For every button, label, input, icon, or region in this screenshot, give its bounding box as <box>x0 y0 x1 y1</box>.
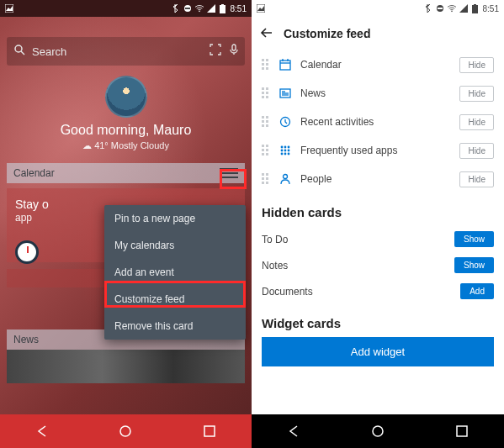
hide-button[interactable]: Hide <box>459 57 494 73</box>
svg-rect-21 <box>280 61 290 70</box>
feed-row-people: People Hide <box>262 165 494 193</box>
page-header: Customize feed <box>252 17 504 50</box>
hide-button[interactable]: Hide <box>459 171 494 187</box>
drag-handle-icon[interactable] <box>262 173 270 185</box>
status-bar: 8:51 <box>0 0 252 17</box>
ctx-customize-feed[interactable]: Customize feed <box>104 286 246 313</box>
battery-icon <box>219 4 227 13</box>
widget-cards-title: Widget cards <box>252 316 504 330</box>
more-button[interactable] <box>220 168 238 178</box>
nav-home[interactable] <box>117 423 134 440</box>
svg-point-31 <box>284 146 287 149</box>
svg-point-33 <box>281 150 284 152</box>
svg-rect-12 <box>204 426 215 436</box>
feed-row-frequently-used: Frequently used apps Hide <box>262 136 494 165</box>
context-menu: Pin to a new page My calendars Add an ev… <box>104 205 246 340</box>
svg-line-9 <box>21 51 24 55</box>
svg-marker-5 <box>207 4 215 13</box>
drag-handle-icon[interactable] <box>262 59 270 71</box>
wifi-icon <box>195 4 204 13</box>
show-button[interactable]: Show <box>454 231 494 247</box>
page-title: Customize feed <box>284 27 370 40</box>
apps-grid-icon <box>279 144 292 157</box>
nav-home[interactable] <box>369 423 386 440</box>
svg-marker-1 <box>6 6 13 11</box>
ctx-pin[interactable]: Pin to a new page <box>104 205 246 232</box>
svg-point-39 <box>284 175 288 179</box>
signal-icon <box>459 4 468 13</box>
hide-button[interactable]: Hide <box>459 86 494 102</box>
ctx-remove-card[interactable]: Remove this card <box>104 313 246 340</box>
svg-rect-10 <box>232 45 236 50</box>
wifi-icon <box>448 4 456 13</box>
hidden-label: Documents <box>262 286 313 298</box>
status-time: 8:51 <box>231 4 247 13</box>
hidden-label: To Do <box>262 234 288 245</box>
feed-label: People <box>300 173 451 185</box>
show-button[interactable]: Show <box>454 257 494 273</box>
svg-point-37 <box>284 153 287 155</box>
ctx-my-calendars[interactable]: My calendars <box>104 232 246 259</box>
svg-marker-18 <box>459 4 468 13</box>
battery-icon <box>471 4 480 13</box>
add-widget-button[interactable]: Add widget <box>262 337 494 366</box>
dnd-icon <box>436 4 444 13</box>
svg-rect-7 <box>220 5 225 13</box>
svg-point-36 <box>281 153 284 155</box>
drag-handle-icon[interactable] <box>262 145 270 156</box>
mic-icon[interactable] <box>230 44 238 59</box>
svg-point-4 <box>199 11 200 13</box>
picture-icon <box>5 4 13 13</box>
news-card-image[interactable] <box>7 350 245 383</box>
greeting-weather: ☁ 41° Mostly Cloudy <box>7 140 245 151</box>
svg-point-11 <box>120 426 130 436</box>
nav-bar <box>0 414 252 448</box>
svg-point-30 <box>281 146 284 149</box>
news-icon <box>279 87 292 100</box>
feed-label: Calendar <box>300 59 451 71</box>
svg-point-34 <box>284 150 287 152</box>
search-bar[interactable]: Search <box>7 37 245 66</box>
picture-icon <box>257 4 265 13</box>
hidden-row-documents: Documents Add <box>252 278 504 304</box>
hidden-label: Notes <box>262 260 288 271</box>
feed-label: News <box>300 87 451 99</box>
greeting: Good morning, Mauro ☁ 41° Mostly Cloudy <box>7 76 245 151</box>
scan-icon[interactable] <box>210 44 221 59</box>
ctx-add-event[interactable]: Add an event <box>104 259 246 286</box>
feed-row-recent: Recent activities Hide <box>262 108 494 136</box>
drag-handle-icon[interactable] <box>262 116 270 128</box>
clock-icon <box>279 115 292 129</box>
svg-rect-20 <box>472 5 478 13</box>
drag-handle-icon[interactable] <box>262 87 270 99</box>
status-bar: 8:51 <box>252 0 504 17</box>
svg-point-35 <box>288 150 290 152</box>
feed-label: Frequently used apps <box>300 145 451 156</box>
nav-recent[interactable] <box>454 423 470 440</box>
dnd-icon <box>183 4 192 13</box>
avatar[interactable] <box>105 76 147 118</box>
hidden-row-todo: To Do Show <box>252 226 504 252</box>
signal-icon <box>207 4 215 13</box>
svg-rect-16 <box>438 8 443 9</box>
svg-point-38 <box>288 153 290 155</box>
feed-row-news: News Hide <box>262 79 494 108</box>
add-button[interactable]: Add <box>460 283 494 299</box>
nav-recent[interactable] <box>201 423 218 440</box>
hide-button[interactable]: Hide <box>459 143 494 159</box>
search-placeholder: Search <box>32 45 203 58</box>
svg-rect-41 <box>457 426 467 436</box>
svg-rect-6 <box>221 4 224 5</box>
status-time: 8:51 <box>483 4 499 13</box>
hide-button[interactable]: Hide <box>459 114 494 130</box>
visible-cards-list: Calendar Hide News Hide Recent activitie… <box>252 50 504 193</box>
back-icon[interactable] <box>260 26 273 42</box>
svg-rect-3 <box>185 8 190 9</box>
right-phone: 8:51 Customize feed Calendar Hide News H… <box>252 0 504 448</box>
bluetooth-icon <box>172 4 180 13</box>
hidden-row-notes: Notes Show <box>252 252 504 278</box>
calendar-icon <box>279 58 292 71</box>
nav-back[interactable] <box>285 423 302 440</box>
feed-row-calendar: Calendar Hide <box>262 50 494 79</box>
nav-back[interactable] <box>34 423 50 440</box>
